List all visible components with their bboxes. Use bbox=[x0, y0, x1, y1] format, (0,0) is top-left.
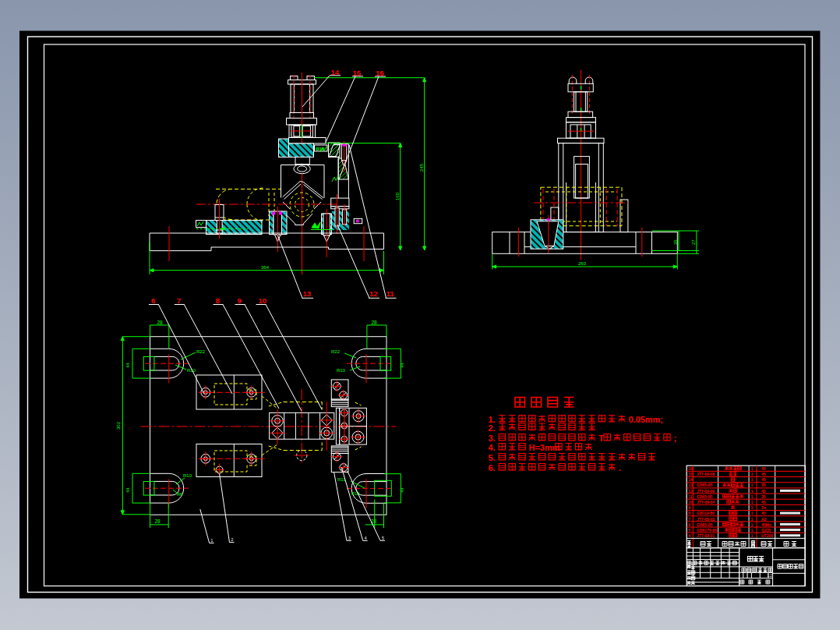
svg-text:9: 9 bbox=[688, 505, 690, 510]
svg-text:1: 1 bbox=[751, 522, 754, 527]
svg-text:5.: 5. bbox=[489, 453, 496, 462]
svg-text:260: 260 bbox=[578, 261, 587, 266]
svg-text:45: 45 bbox=[761, 472, 766, 476]
svg-text:15: 15 bbox=[688, 472, 693, 476]
svg-text:5: 5 bbox=[688, 528, 690, 533]
svg-text:8: 8 bbox=[216, 296, 220, 305]
svg-text:.: . bbox=[619, 463, 621, 472]
svg-text:R22: R22 bbox=[331, 349, 341, 354]
svg-text:13: 13 bbox=[688, 483, 693, 487]
svg-text:Zn: Zn bbox=[761, 505, 766, 510]
svg-text:6.: 6. bbox=[489, 463, 496, 472]
svg-text:1: 1 bbox=[751, 517, 754, 522]
svg-text:8: 8 bbox=[688, 511, 690, 515]
svg-text:2.: 2. bbox=[489, 423, 496, 433]
svg-text:160: 160 bbox=[395, 192, 400, 200]
svg-text:44: 44 bbox=[400, 363, 404, 368]
svg-text:GB65-85: GB65-85 bbox=[697, 522, 713, 527]
svg-text:302: 302 bbox=[116, 421, 121, 430]
svg-text:4.: 4. bbox=[489, 443, 496, 452]
svg-text:1: 1 bbox=[751, 466, 754, 471]
svg-text:1: 1 bbox=[751, 494, 754, 499]
svg-text:7: 7 bbox=[177, 296, 181, 305]
svg-text:14: 14 bbox=[331, 68, 340, 76]
svg-text:6: 6 bbox=[151, 296, 155, 305]
svg-text:1: 1 bbox=[751, 533, 754, 538]
svg-text:6: 6 bbox=[688, 522, 690, 527]
svg-text:45: 45 bbox=[761, 466, 766, 471]
svg-text:JT7-08-01: JT7-08-01 bbox=[697, 533, 715, 538]
svg-text:44: 44 bbox=[125, 487, 130, 493]
svg-text:15: 15 bbox=[353, 69, 362, 77]
svg-text:10: 10 bbox=[259, 296, 267, 305]
svg-text:28: 28 bbox=[155, 519, 161, 524]
svg-text:HT200: HT200 bbox=[761, 533, 773, 538]
svg-text:0.05mm;: 0.05mm; bbox=[629, 415, 663, 424]
svg-text:12: 12 bbox=[688, 489, 693, 494]
svg-text:45: 45 bbox=[761, 489, 766, 494]
svg-text:35: 35 bbox=[673, 239, 678, 245]
svg-text:1: 1 bbox=[751, 483, 754, 487]
svg-text:2: 2 bbox=[231, 537, 234, 542]
svg-text:JT7-08-03: JT7-08-03 bbox=[697, 517, 715, 522]
svg-text:9: 9 bbox=[238, 296, 242, 305]
svg-text:44: 44 bbox=[400, 487, 404, 493]
svg-text:GB65-85: GB65-85 bbox=[697, 483, 713, 487]
svg-text:44: 44 bbox=[125, 363, 130, 368]
svg-text:1:2: 1:2 bbox=[768, 574, 773, 578]
svg-text:1: 1 bbox=[211, 538, 214, 543]
svg-text:1: 1 bbox=[751, 511, 754, 515]
svg-text:JT7-08-08: JT7-08-08 bbox=[697, 472, 715, 476]
svg-text:JT7-08-04: JT7-08-04 bbox=[697, 500, 715, 504]
svg-text:12: 12 bbox=[369, 289, 378, 298]
svg-text:T: T bbox=[598, 434, 604, 443]
svg-text:GB65-85: GB65-85 bbox=[697, 494, 713, 499]
svg-text:4: 4 bbox=[365, 536, 367, 540]
svg-text:14: 14 bbox=[688, 477, 693, 482]
svg-text:35: 35 bbox=[761, 494, 766, 499]
svg-text:45: 45 bbox=[761, 500, 766, 504]
svg-text:JT7-08-06: JT7-08-06 bbox=[697, 489, 715, 494]
svg-text:27: 27 bbox=[691, 239, 696, 245]
svg-text:245: 245 bbox=[419, 163, 424, 172]
svg-text:1: 1 bbox=[751, 472, 754, 476]
svg-text:4: 4 bbox=[688, 533, 690, 538]
svg-text:1: 1 bbox=[751, 500, 754, 504]
svg-text:1: 1 bbox=[751, 528, 754, 533]
svg-text:45: 45 bbox=[761, 511, 766, 515]
svg-text:GB6170-86: GB6170-86 bbox=[697, 528, 717, 533]
svg-text:3.: 3. bbox=[489, 434, 496, 443]
svg-text:35: 35 bbox=[761, 483, 766, 487]
svg-text:5: 5 bbox=[382, 536, 384, 540]
svg-text:45: 45 bbox=[761, 477, 766, 482]
svg-text:11: 11 bbox=[688, 494, 693, 499]
svg-text:1: 1 bbox=[751, 505, 754, 510]
svg-text:;: ; bbox=[674, 434, 677, 443]
svg-text:Q235: Q235 bbox=[761, 528, 771, 533]
svg-text:13: 13 bbox=[303, 289, 312, 298]
svg-text:7: 7 bbox=[688, 517, 690, 522]
svg-text:45Mn: 45Mn bbox=[761, 522, 771, 527]
svg-text:R10: R10 bbox=[337, 368, 346, 373]
svg-text:16: 16 bbox=[688, 466, 693, 471]
svg-text:16: 16 bbox=[376, 69, 384, 77]
svg-text:364: 364 bbox=[261, 265, 270, 270]
svg-text:1: 1 bbox=[751, 489, 754, 494]
svg-text:1: 1 bbox=[751, 477, 754, 482]
svg-text:GB119-86: GB119-86 bbox=[697, 511, 715, 515]
svg-text:A3: A3 bbox=[761, 517, 767, 522]
svg-text:28: 28 bbox=[157, 320, 164, 325]
svg-text:11: 11 bbox=[386, 289, 395, 298]
svg-text:10: 10 bbox=[688, 500, 693, 504]
svg-text:R22: R22 bbox=[196, 349, 206, 354]
svg-text:28: 28 bbox=[372, 320, 378, 325]
svg-text:R6: R6 bbox=[177, 492, 182, 497]
svg-text:R10: R10 bbox=[183, 473, 192, 478]
svg-text:3: 3 bbox=[348, 536, 351, 540]
